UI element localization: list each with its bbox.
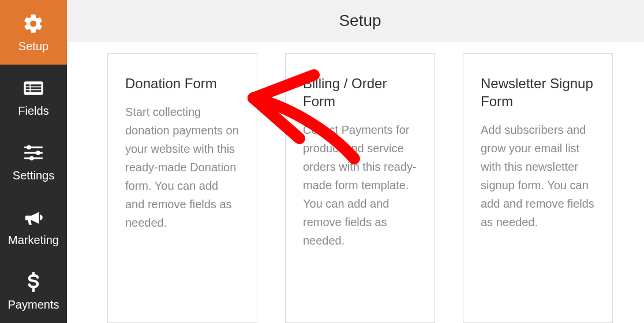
sidebar-item-setup[interactable]: Setup [0,0,67,65]
sidebar-item-label: Fields [18,104,48,118]
svg-rect-4 [31,84,41,86]
svg-point-11 [36,151,40,155]
sidebar-item-fields[interactable]: Fields [0,65,67,129]
sidebar-item-label: Settings [13,169,54,182]
sidebar-item-label: Marketing [8,234,59,247]
svg-point-12 [29,156,34,160]
template-card-donation[interactable]: Donation Form Start collecting donation … [107,53,257,323]
sidebar-item-label: Setup [18,40,48,53]
main-area: Setup Donation Form Start collecting don… [67,0,644,323]
sidebar-item-marketing[interactable]: Marketing [0,194,67,258]
sidebar-item-label: Payments [8,298,59,311]
template-card-newsletter[interactable]: Newsletter Signup Form Add subscribers a… [463,53,613,323]
svg-rect-3 [26,90,30,92]
card-title: Billing / Order Form [303,74,417,110]
sliders-icon [22,141,45,164]
svg-rect-6 [31,90,41,92]
card-description: Collect Payments for product and service… [303,121,417,250]
svg-rect-1 [26,84,30,86]
card-description: Start collecting donation payments on yo… [125,103,239,232]
app-root: Setup Fields Settings Marketing Payments [0,0,644,323]
header: Setup [67,0,644,42]
page-title: Setup [339,12,381,30]
template-card-billing[interactable]: Billing / Order Form Collect Payments fo… [285,53,435,323]
sidebar-item-settings[interactable]: Settings [0,129,67,194]
list-icon [22,77,45,100]
bullhorn-icon [22,206,45,229]
sidebar: Setup Fields Settings Marketing Payments [0,0,67,323]
sidebar-item-payments[interactable]: Payments [0,258,67,323]
card-title: Donation Form [125,74,239,92]
gear-icon [22,12,45,35]
dollar-icon [22,271,45,294]
svg-rect-5 [31,87,41,89]
svg-point-10 [27,145,31,149]
card-description: Add subscribers and grow your email list… [481,121,595,231]
svg-rect-2 [26,87,30,89]
template-cards: Donation Form Start collecting donation … [67,42,644,323]
card-title: Newsletter Signup Form [481,74,595,110]
